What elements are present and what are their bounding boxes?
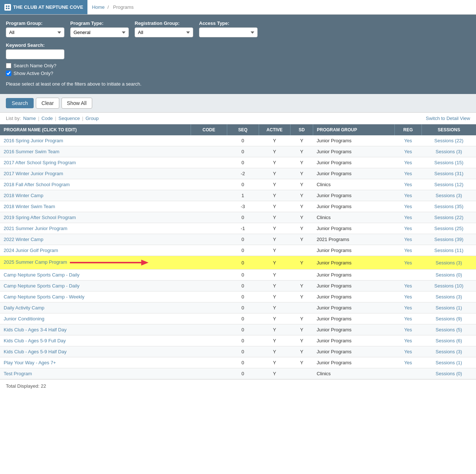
clear-button[interactable]: Clear	[36, 98, 59, 109]
show-active-only-label[interactable]: Show Active Only?	[14, 71, 53, 76]
group-cell: Junior Programs	[313, 256, 395, 270]
program-type-select[interactable]: General Camp Swim	[70, 27, 129, 37]
active-cell: Y	[259, 201, 291, 212]
program-name-cell[interactable]: 2018 Fall After School Program	[0, 179, 191, 190]
reg-cell[interactable]: Yes	[394, 291, 421, 302]
reg-cell[interactable]: Yes	[394, 357, 421, 368]
program-name-cell[interactable]: 2019 Spring After School Program	[0, 212, 191, 223]
sessions-cell[interactable]: Sessions (22)	[421, 212, 476, 223]
active-cell: Y	[259, 281, 291, 291]
sessions-cell[interactable]: Sessions (22)	[421, 135, 476, 146]
sessions-cell[interactable]: Sessions (9)	[421, 313, 476, 324]
sessions-cell[interactable]: Sessions (0)	[421, 368, 476, 379]
sessions-cell[interactable]: Sessions (6)	[421, 335, 476, 346]
search-name-only-checkbox[interactable]	[6, 63, 11, 68]
reg-cell[interactable]: Yes	[394, 212, 421, 223]
access-type-select[interactable]	[199, 27, 258, 37]
keyword-label: Keyword Search:	[6, 42, 470, 48]
program-name-cell[interactable]: Junior Conditioning	[0, 313, 191, 324]
program-group-select[interactable]: All Junior Programs Clinics 2021 Program…	[6, 27, 64, 37]
sessions-cell[interactable]: Sessions (0)	[421, 270, 476, 281]
reg-cell[interactable]: Yes	[394, 281, 421, 291]
sessions-cell[interactable]: Sessions (10)	[421, 281, 476, 291]
sessions-cell[interactable]: Sessions (3)	[421, 291, 476, 302]
reg-group-label: Registration Group:	[135, 20, 193, 26]
active-cell: Y	[259, 335, 291, 346]
sessions-cell[interactable]: Sessions (11)	[421, 245, 476, 256]
sessions-cell[interactable]: Sessions (3)	[421, 146, 476, 157]
program-name-cell[interactable]: Camp Neptune Sports Camp - Weekly	[0, 291, 191, 302]
program-name-cell[interactable]: 2016 Spring Junior Program	[0, 135, 191, 146]
program-name-cell[interactable]: Camp Neptune Sports Camp - Daily	[0, 281, 191, 291]
sessions-cell[interactable]: Sessions (15)	[421, 157, 476, 168]
active-cell: Y	[259, 135, 291, 146]
program-name-cell[interactable]: 2018 Winter Camp	[0, 190, 191, 201]
program-name-cell[interactable]: Test Program	[0, 368, 191, 379]
reg-cell[interactable]: Yes	[394, 179, 421, 190]
sd-cell: Y	[291, 157, 313, 168]
group-cell: Junior Programs	[313, 281, 395, 291]
sessions-cell[interactable]: Sessions (3)	[421, 256, 476, 270]
reg-cell[interactable]: Yes	[394, 256, 421, 270]
seq-cell: 0	[227, 179, 259, 190]
code-cell	[191, 190, 227, 201]
reg-cell[interactable]: Yes	[394, 335, 421, 346]
search-button[interactable]: Search	[6, 98, 34, 108]
sessions-cell[interactable]: Sessions (35)	[421, 201, 476, 212]
program-name-cell[interactable]: 2025 Summer Camp Program	[0, 256, 191, 270]
breadcrumb-home[interactable]: Home	[92, 4, 105, 10]
reg-cell[interactable]: Yes	[394, 223, 421, 234]
reg-cell[interactable]: Yes	[394, 168, 421, 179]
listby-code[interactable]: Code	[41, 116, 53, 121]
program-name-cell[interactable]: Camp Neptune Sports Camp - Daily	[0, 270, 191, 281]
listby-group[interactable]: Group	[86, 116, 99, 121]
active-cell: Y	[259, 168, 291, 179]
th-active: ACTIVE	[259, 124, 291, 135]
reg-cell[interactable]: Yes	[394, 201, 421, 212]
reg-cell[interactable]: Yes	[394, 190, 421, 201]
table-row: Camp Neptune Sports Camp - Daily0YJunior…	[0, 270, 476, 281]
program-name-cell[interactable]: 2016 Summer Swim Team	[0, 146, 191, 157]
listby-sequence[interactable]: Sequence	[59, 116, 80, 121]
program-name-cell[interactable]: Daily Activity Camp	[0, 302, 191, 313]
sessions-cell[interactable]: Sessions (25)	[421, 223, 476, 234]
program-name-cell[interactable]: Kids Club - Ages 5-9 Full Day	[0, 335, 191, 346]
program-name-cell[interactable]: 2018 Winter Swim Team	[0, 201, 191, 212]
sessions-cell[interactable]: Sessions (12)	[421, 179, 476, 190]
search-name-only-label[interactable]: Search Name Only?	[14, 63, 56, 68]
switch-detail-link[interactable]: Switch to Detail View	[426, 116, 470, 121]
sd-cell	[291, 245, 313, 256]
sessions-cell[interactable]: Sessions (31)	[421, 168, 476, 179]
sessions-cell[interactable]: Sessions (39)	[421, 234, 476, 245]
program-name-cell[interactable]: 2021 Summer Junior Program	[0, 223, 191, 234]
show-all-button[interactable]: Show All	[61, 98, 92, 109]
program-name-cell[interactable]: 2017 Winter Junior Program	[0, 168, 191, 179]
reg-cell[interactable]: Yes	[394, 146, 421, 157]
program-name-cell[interactable]: 2024 Junior Golf Program	[0, 245, 191, 256]
reg-cell[interactable]: Yes	[394, 302, 421, 313]
program-name-cell[interactable]: Play Your Way - Ages 7+	[0, 357, 191, 368]
sessions-cell[interactable]: Sessions (1)	[421, 302, 476, 313]
keyword-input[interactable]	[6, 49, 64, 59]
program-name-cell[interactable]: 2022 Winter Camp	[0, 234, 191, 245]
reg-cell[interactable]: Yes	[394, 313, 421, 324]
sd-cell	[291, 302, 313, 313]
sessions-cell[interactable]: Sessions (1)	[421, 357, 476, 368]
sessions-cell[interactable]: Sessions (5)	[421, 324, 476, 335]
breadcrumb-current: Programs	[113, 4, 134, 10]
reg-group-select[interactable]: All	[135, 27, 193, 37]
listby-name[interactable]: Name	[23, 116, 36, 121]
reg-cell[interactable]: Yes	[394, 157, 421, 168]
reg-cell[interactable]: Yes	[394, 324, 421, 335]
program-name-cell[interactable]: 2017 After School Spring Program	[0, 157, 191, 168]
show-active-only-checkbox[interactable]	[6, 71, 11, 76]
sd-cell: Y	[291, 256, 313, 270]
reg-cell[interactable]: Yes	[394, 346, 421, 357]
sessions-cell[interactable]: Sessions (3)	[421, 346, 476, 357]
reg-cell[interactable]: Yes	[394, 135, 421, 146]
program-name-cell[interactable]: Kids Club - Ages 5-9 Half Day	[0, 346, 191, 357]
program-name-cell[interactable]: Kids Club - Ages 3-4 Half Day	[0, 324, 191, 335]
reg-cell[interactable]: Yes	[394, 245, 421, 256]
sessions-cell[interactable]: Sessions (3)	[421, 190, 476, 201]
reg-cell[interactable]: Yes	[394, 234, 421, 245]
